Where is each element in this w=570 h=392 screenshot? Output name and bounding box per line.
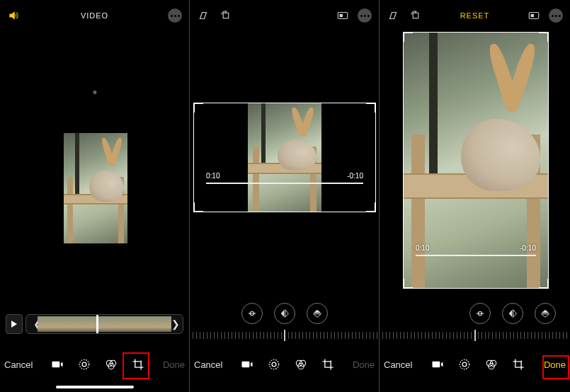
time-remaining: -0:10 — [520, 244, 536, 252]
skew-icon[interactable] — [197, 9, 210, 22]
svg-point-18 — [460, 359, 469, 369]
crop-tool-row — [380, 303, 570, 324]
crop-icon[interactable] — [321, 357, 335, 371]
crop-corner-bl[interactable] — [193, 202, 203, 212]
sound-on-icon[interactable] — [7, 8, 21, 23]
cancel-button[interactable]: Cancel — [194, 359, 222, 370]
crop-corner-tl[interactable] — [193, 103, 203, 113]
svg-rect-5 — [223, 13, 229, 18]
crop-frame[interactable] — [193, 103, 376, 212]
flip-horizontal-icon[interactable] — [274, 303, 295, 324]
cancel-button[interactable]: Cancel — [4, 359, 33, 370]
phone-screen-3: RESET 0:10 -0:10 — [380, 0, 570, 392]
crop-corner-tl[interactable] — [403, 32, 413, 42]
aspect-ratio-icon[interactable] — [528, 9, 540, 22]
crop-corner-tr[interactable] — [366, 103, 376, 113]
time-elapsed: 0:10 — [416, 244, 429, 252]
playhead[interactable] — [96, 315, 98, 333]
filters-icon[interactable] — [484, 357, 498, 371]
flip-vertical-icon[interactable] — [535, 303, 556, 324]
annotation-highlight-done — [542, 355, 569, 379]
flip-horizontal-icon[interactable] — [502, 303, 523, 324]
crop-corner-tr[interactable] — [539, 32, 549, 42]
crop-corner-br[interactable] — [366, 202, 376, 212]
aspect-ratio-icon[interactable] — [336, 9, 349, 22]
bottom-toolbar: Cancel Done — [190, 352, 379, 376]
header — [190, 0, 379, 31]
video-frame — [64, 133, 127, 243]
time-overlay: 0:10 -0:10 — [193, 172, 376, 180]
phone-screen-1: VIDEO ❮ ❯ — [0, 0, 190, 392]
bottom-toolbar: Cancel Done — [380, 352, 570, 376]
video-mode-icon[interactable] — [240, 357, 254, 371]
crop-tool-row — [190, 303, 379, 324]
done-button[interactable]: Done — [163, 359, 185, 370]
straighten-dial[interactable] — [380, 328, 570, 342]
straighten-dial[interactable] — [190, 328, 379, 342]
cancel-button[interactable]: Cancel — [384, 359, 412, 370]
flip-vertical-icon[interactable] — [307, 303, 328, 324]
time-overlay: 0:10 -0:10 — [403, 244, 549, 252]
svg-point-1 — [82, 362, 86, 367]
svg-point-10 — [272, 362, 276, 367]
reset-button[interactable]: RESET — [460, 11, 490, 20]
video-timeline: ❮ ❯ — [6, 313, 183, 335]
time-elapsed: 0:10 — [206, 172, 220, 180]
svg-point-19 — [462, 362, 467, 367]
crop-preview[interactable]: 0:10 -0:10 — [193, 103, 376, 212]
phone-screen-2: 0:10 -0:10 Cancel Done — [190, 0, 380, 392]
crop-preview[interactable]: 0:10 -0:10 — [403, 32, 549, 289]
play-button[interactable] — [6, 314, 23, 334]
svg-point-9 — [270, 359, 279, 369]
rotate-icon[interactable] — [220, 9, 232, 22]
playback-progress[interactable] — [206, 183, 363, 184]
more-icon[interactable] — [168, 8, 182, 23]
adjust-icon[interactable] — [267, 357, 281, 371]
annotation-highlight-crop — [122, 352, 149, 379]
more-icon[interactable] — [358, 8, 372, 23]
filters-icon[interactable] — [294, 357, 308, 371]
trim-handle-right[interactable]: ❯ — [171, 316, 176, 332]
playback-progress[interactable] — [416, 255, 536, 256]
time-remaining: -0:10 — [347, 172, 363, 180]
adjust-icon[interactable] — [457, 357, 472, 371]
rotate-icon[interactable] — [409, 9, 422, 22]
bottom-toolbar: Cancel Done — [0, 352, 189, 376]
crop-corner-br[interactable] — [539, 279, 549, 289]
svg-point-0 — [80, 359, 89, 369]
header: VIDEO — [0, 0, 189, 31]
filters-icon[interactable] — [104, 357, 118, 371]
straighten-icon[interactable] — [241, 303, 263, 324]
trim-track[interactable]: ❮ ❯ — [25, 314, 183, 334]
live-photo-dot — [93, 91, 96, 94]
more-icon[interactable] — [549, 8, 563, 23]
video-mode-icon[interactable] — [50, 357, 64, 371]
done-button[interactable]: Done — [353, 359, 375, 370]
svg-rect-16 — [531, 14, 535, 18]
video-preview[interactable] — [64, 133, 127, 243]
svg-rect-14 — [413, 13, 418, 18]
svg-rect-7 — [340, 14, 343, 18]
video-mode-icon[interactable] — [431, 357, 445, 371]
straighten-icon[interactable] — [469, 303, 491, 324]
skew-icon[interactable] — [387, 9, 399, 22]
crop-corner-bl[interactable] — [403, 279, 413, 289]
timeline-thumbnails — [38, 316, 171, 332]
header-title: VIDEO — [81, 11, 108, 20]
header: RESET — [380, 0, 570, 31]
adjust-icon[interactable] — [77, 357, 91, 371]
home-indicator[interactable] — [56, 386, 134, 388]
crop-icon[interactable] — [511, 357, 525, 371]
